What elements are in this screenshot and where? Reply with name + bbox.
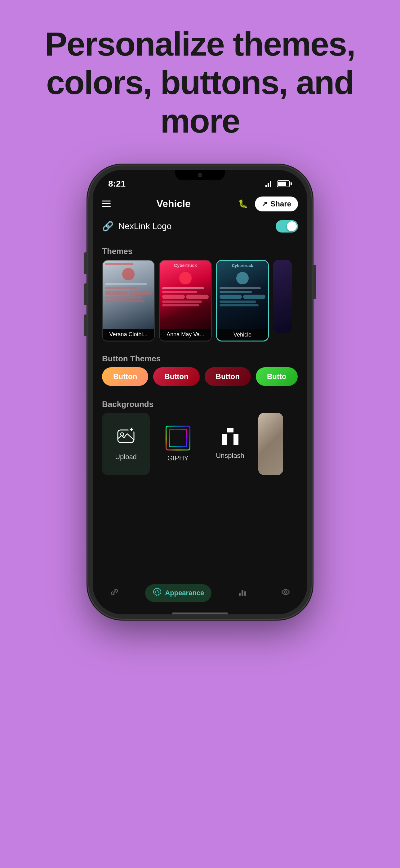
t2-bar-2 bbox=[162, 291, 197, 293]
bg-card-unsplash-label: Unsplash bbox=[216, 452, 244, 460]
t3-pill-1 bbox=[220, 294, 242, 299]
theme-card-2[interactable]: Cybertruck bbox=[159, 260, 212, 341]
nav-appearance-label: Appearance bbox=[165, 589, 204, 597]
nav-appearance-icon bbox=[153, 587, 162, 599]
link-icon: 🔗 bbox=[102, 221, 113, 231]
menu-line-1 bbox=[102, 200, 111, 202]
t-bar-3 bbox=[105, 287, 138, 289]
svg-point-4 bbox=[157, 590, 158, 591]
nav-eye-icon bbox=[280, 587, 291, 599]
hero-headline: Personalize themes, colors, buttons, and… bbox=[19, 25, 381, 141]
top-bar: Vehicle 🐛 ↗ Share bbox=[93, 191, 307, 216]
t2-pill-2 bbox=[186, 294, 209, 299]
notch-camera bbox=[198, 173, 202, 177]
wifi-bar-2 bbox=[268, 183, 269, 187]
bug-button[interactable]: 🐛 bbox=[236, 197, 250, 211]
nav-item-chart[interactable] bbox=[230, 585, 255, 602]
unsplash-icon bbox=[222, 428, 238, 448]
t-circle-wrap-2 bbox=[162, 272, 209, 284]
bg-card-unsplash[interactable]: Unsplash bbox=[206, 413, 254, 475]
t-row-1 bbox=[105, 290, 152, 295]
t-pill-2 bbox=[129, 290, 152, 295]
backgrounds-grid: Upload GIPHY Unsplash bbox=[93, 413, 307, 483]
theme-card-partial[interactable] bbox=[273, 260, 292, 333]
nexlink-logo-toggle[interactable] bbox=[276, 220, 298, 232]
hamburger-menu-icon[interactable] bbox=[102, 200, 111, 207]
menu-line-3 bbox=[102, 206, 111, 207]
themes-row: Verana Clothi... Cybertruck bbox=[93, 260, 307, 349]
phone-mockup: 8:21 bbox=[88, 165, 312, 619]
app-content[interactable]: Vehicle 🐛 ↗ Share 🔗 NexLink Logo Themes bbox=[93, 191, 307, 579]
button-themes-section-label: Button Themes bbox=[93, 349, 307, 367]
battery-icon bbox=[277, 180, 292, 187]
t-bar-1 bbox=[105, 263, 133, 265]
spacer bbox=[93, 483, 307, 489]
theme-card-3[interactable]: Cybertruck bbox=[216, 260, 269, 341]
logo-row: 🔗 NexLink Logo bbox=[93, 216, 307, 239]
svg-point-9 bbox=[284, 591, 287, 593]
themes-section-label: Themes bbox=[93, 242, 307, 260]
theme-preview-1 bbox=[103, 260, 154, 329]
t3-bar-3 bbox=[220, 301, 256, 303]
share-label: Share bbox=[270, 199, 291, 208]
nav-item-eye[interactable] bbox=[273, 585, 298, 602]
nav-item-link[interactable] bbox=[102, 585, 127, 602]
wifi-bar-1 bbox=[265, 185, 267, 187]
wifi-icon bbox=[263, 180, 273, 187]
theme-overlay-2: Cybertruck bbox=[160, 260, 211, 329]
nav-item-appearance[interactable]: Appearance bbox=[145, 584, 211, 602]
theme-card-label-3: Vehicle bbox=[217, 329, 268, 341]
notch bbox=[175, 170, 225, 180]
t-circle-1 bbox=[122, 268, 135, 280]
btn-theme-green[interactable]: Butto bbox=[256, 367, 298, 386]
svg-rect-6 bbox=[239, 593, 241, 596]
theme-card-label-2: Anna May Va... bbox=[160, 329, 211, 340]
t-circle-wrap bbox=[105, 268, 152, 280]
t3-bar-1 bbox=[220, 287, 261, 289]
hero-section: Personalize themes, colors, buttons, and… bbox=[0, 0, 400, 159]
t-circle-wrap-3 bbox=[220, 272, 265, 284]
page-title: Vehicle bbox=[116, 198, 231, 210]
t-bar-4 bbox=[105, 297, 142, 299]
giphy-inner bbox=[169, 429, 187, 447]
battery-fill bbox=[278, 182, 286, 186]
svg-point-1 bbox=[121, 433, 124, 436]
t3-row bbox=[220, 294, 265, 299]
button-themes-row: Button Button Button Butto bbox=[93, 367, 307, 395]
bg-card-giphy[interactable]: GIPHY bbox=[154, 413, 202, 475]
t-circle-3 bbox=[236, 272, 249, 284]
bg-card-upload-label: Upload bbox=[115, 453, 137, 461]
theme-card-label-1: Verana Clothi... bbox=[103, 329, 154, 340]
bg-card-giphy-label: GIPHY bbox=[167, 454, 189, 462]
t2-bar-3 bbox=[162, 301, 202, 303]
bottom-nav: Appearance bbox=[93, 579, 307, 611]
t3-bar-2 bbox=[220, 291, 252, 293]
svg-point-3 bbox=[155, 591, 156, 593]
battery-body bbox=[277, 180, 290, 187]
btn-theme-red[interactable]: Button bbox=[153, 367, 199, 386]
backgrounds-section-label: Backgrounds bbox=[93, 395, 307, 413]
t-bar-5 bbox=[105, 300, 145, 302]
home-indicator bbox=[172, 613, 228, 614]
phone-screen: 8:21 bbox=[93, 170, 307, 614]
theme-overlay-3: Cybertruck bbox=[217, 261, 268, 329]
bg-card-upload[interactable]: Upload bbox=[102, 413, 150, 475]
nav-link-icon bbox=[109, 587, 120, 599]
battery-tip bbox=[291, 182, 292, 185]
share-button[interactable]: ↗ Share bbox=[255, 196, 298, 211]
t3-pill-2 bbox=[243, 294, 265, 299]
btn-theme-peach[interactable]: Button bbox=[102, 367, 148, 386]
btn-theme-dark-red[interactable]: Button bbox=[205, 367, 251, 386]
t3-bar-4 bbox=[220, 304, 259, 306]
upload-icon bbox=[116, 427, 135, 449]
theme-preview-2: Cybertruck bbox=[160, 260, 211, 329]
status-bar: 8:21 bbox=[93, 170, 307, 191]
theme-card-1[interactable]: Verana Clothi... bbox=[102, 260, 155, 341]
share-icon: ↗ bbox=[262, 200, 267, 208]
bg-card-photo[interactable] bbox=[258, 413, 283, 475]
theme-preview-3: Cybertruck bbox=[217, 261, 268, 329]
svg-rect-7 bbox=[241, 590, 243, 596]
nav-chart-icon bbox=[237, 587, 247, 599]
t-circle-2 bbox=[179, 272, 192, 284]
t2-bar-4 bbox=[162, 304, 199, 306]
